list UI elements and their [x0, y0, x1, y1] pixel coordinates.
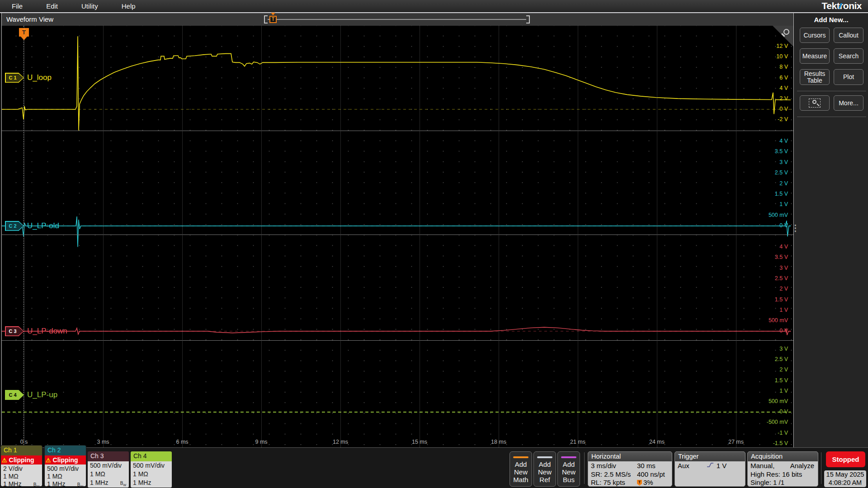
add-new-label: Add New...	[794, 13, 868, 23]
menu-edit[interactable]: Edit	[34, 2, 70, 10]
channel-tag-label: C 1	[5, 73, 20, 83]
panel-drag-handle[interactable]: ⋮	[791, 226, 799, 230]
channel-tag-c-1[interactable]: C 1	[5, 73, 24, 83]
badge-label: Ch 4	[131, 451, 172, 461]
menu-help[interactable]: Help	[110, 2, 147, 10]
badge-scale: 500 mV/div	[47, 465, 86, 473]
date-text: 15 May 2025	[824, 471, 866, 479]
add-new-ref-button[interactable]: AddNewRef	[533, 451, 556, 487]
sidebar-search-button[interactable]: Search	[834, 48, 863, 64]
axis-label: 0 V	[779, 106, 788, 112]
sidebar-callout-button[interactable]: Callout	[834, 28, 863, 43]
axis-label: -1.5 V	[773, 440, 788, 446]
horizontal-title: Horizontal	[588, 452, 672, 461]
axis-label: 2 V	[779, 286, 788, 292]
slider-left-bracket[interactable]	[264, 15, 268, 23]
channel-badge-ch-4[interactable]: Ch 4500 mV/div1 MΩ1 MHz	[131, 451, 172, 488]
slider-track[interactable]	[268, 19, 526, 20]
axis-label: 2 V	[779, 180, 788, 187]
channel-badge-ch-1[interactable]: Ch 1⚠ Clipping2 V/div1 MΩ1 MHzBW	[1, 446, 42, 486]
button-label-line: Add	[558, 460, 580, 468]
sidebar-plot-button[interactable]: Plot	[834, 69, 863, 85]
button-color-stripe	[537, 456, 552, 458]
add-new-bus-button[interactable]: AddNewBus	[557, 451, 580, 487]
channel-tag-label: C 4	[5, 390, 20, 400]
time-tick-label: 15 ms	[412, 439, 427, 445]
badge-label: Ch 3	[88, 451, 129, 461]
divider-2	[821, 452, 821, 484]
trigger-mini-icon: T	[637, 480, 642, 486]
button-label-line: New	[558, 468, 580, 476]
sidebar-cursors-button[interactable]: Cursors	[800, 28, 830, 43]
zoom-region-button[interactable]	[800, 95, 830, 111]
channel-separator	[2, 131, 793, 131]
magnifier-icon	[783, 29, 789, 35]
horizontal-sample-rate: SR: 2.5 MS/s	[591, 470, 637, 479]
channel-tag-c-4[interactable]: C 4	[5, 390, 24, 400]
axis-label: 500 mV	[769, 317, 788, 324]
waveform-plot[interactable]: T 0 s3 ms6 ms9 ms12 ms15 ms18 ms21 ms24 …	[2, 26, 793, 447]
axis-label: 3.5 V	[775, 254, 788, 260]
sidebar-buttons: CursorsCalloutMeasureSearchResults Table…	[794, 23, 868, 85]
channel-badge-ch-2[interactable]: Ch 2⚠ Clipping500 mV/div1 MΩ1 MHzBW	[45, 446, 86, 486]
channel-name-u-lp-down: U_LP-down	[27, 327, 67, 336]
sidebar-buttons-row2: More...	[794, 91, 868, 111]
axis-label: 4 V	[779, 85, 788, 91]
axis-label: 500 mV	[769, 212, 788, 218]
grid-division-line	[499, 26, 499, 447]
waveform-trace-u-lp-old	[2, 216, 791, 247]
badge-label: Ch 2	[45, 446, 86, 455]
sidebar-measure-button[interactable]: Measure	[800, 48, 830, 64]
menu-file[interactable]: File	[0, 2, 34, 10]
rising-edge-icon	[707, 462, 714, 470]
acquisition-panel[interactable]: Acquisition Manual, Analyze High Res: 16…	[747, 451, 818, 487]
badge-impedance: 1 MΩ	[47, 473, 86, 480]
more-button[interactable]: More...	[834, 95, 863, 111]
grid-division-line	[578, 26, 578, 447]
menu-items-container: FileEditUtilityHelp	[0, 0, 147, 12]
button-label-line: Math	[510, 476, 532, 483]
badge-scale: 500 mV/div	[133, 462, 172, 470]
button-label-line: New	[534, 468, 556, 476]
acquisition-title: Acquisition	[748, 452, 818, 461]
axis-label: 3.5 V	[775, 148, 788, 155]
acquisition-analyze: Analyze	[790, 462, 815, 470]
slider-trigger-marker-icon[interactable]: T	[269, 16, 277, 23]
sidebar-results-table-button[interactable]: Results Table	[800, 69, 830, 85]
warning-icon: ⚠	[46, 457, 51, 464]
button-label-line: New	[510, 468, 532, 476]
axis-label: 2 V	[779, 366, 788, 373]
axis-label: 1 V	[779, 201, 788, 207]
grid-division-line	[261, 26, 262, 447]
sidebar-divider-2	[797, 117, 866, 117]
channel-badge-ch-3[interactable]: Ch 3500 mV/div1 MΩ1 MHzBW	[88, 451, 129, 488]
horizontal-panel[interactable]: Horizontal 3 ms/div 30 ms SR: 2.5 MS/s 4…	[588, 451, 672, 487]
axis-label: 12 V	[776, 43, 788, 49]
slider-right-bracket[interactable]	[526, 15, 530, 23]
channel-tag-label: C 2	[5, 221, 20, 231]
trigger-title: Trigger	[675, 452, 745, 461]
channel-tag-c-3[interactable]: C 3	[5, 326, 24, 336]
badge-scale: 2 V/div	[3, 465, 42, 473]
axis-label: 0 V	[779, 328, 788, 334]
grid-division-line	[103, 26, 104, 447]
timeline-slider[interactable]: T	[264, 15, 530, 24]
menu-utility[interactable]: Utility	[70, 2, 110, 10]
channel-separator	[2, 340, 793, 341]
time-tick-label: 9 ms	[255, 439, 267, 445]
axis-label: 2.5 V	[775, 275, 788, 282]
badge-bandwidth: 1 MHzBW	[3, 480, 42, 486]
grid-division-line	[657, 26, 657, 447]
time-tick-label: 3 ms	[97, 439, 109, 445]
channel-separator	[2, 235, 793, 235]
bandwidth-limit-icon: BW	[120, 479, 126, 488]
run-stop-button[interactable]: Stopped	[826, 451, 865, 467]
add-new-math-button[interactable]: AddNewMath	[509, 451, 532, 487]
trigger-source: Aux	[678, 462, 689, 470]
axis-label: -2 V	[778, 116, 788, 122]
time-tick-label: 12 ms	[333, 439, 348, 445]
acquisition-mode: Manual,	[750, 462, 774, 470]
badge-bandwidth: 1 MHzBW	[90, 479, 129, 487]
trigger-panel[interactable]: Trigger Aux 1 V	[675, 451, 745, 487]
channel-tag-c-2[interactable]: C 2	[5, 221, 24, 231]
